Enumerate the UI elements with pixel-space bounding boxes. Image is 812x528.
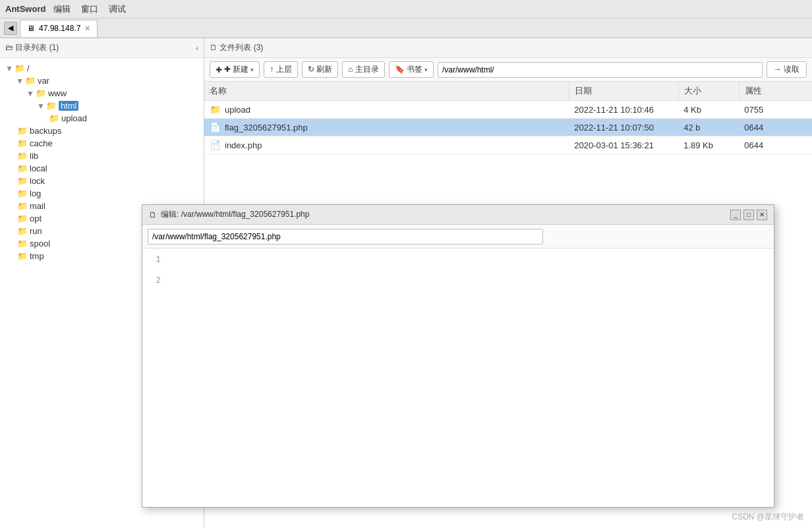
- folder-icon: 📁: [17, 239, 28, 249]
- code-line: 1: [142, 254, 774, 275]
- bookmark-button[interactable]: 🔖 书签 ▾: [389, 61, 434, 78]
- file-date: 2020-03-01 15:36:21: [569, 136, 678, 154]
- folder-icon: 📁: [17, 176, 28, 186]
- tree-item[interactable]: 📁lib: [0, 150, 204, 162]
- table-row[interactable]: 📁 upload 2022-11-21 10:10:46 4 Kb 0755: [204, 101, 812, 119]
- tab-nav-left[interactable]: ◀: [4, 22, 17, 35]
- file-name-cell: 📄 index.php: [204, 136, 569, 154]
- tab-bar: ◀ 🖥 47.98.148.7 ✕: [0, 18, 812, 38]
- tree-label: backups: [30, 126, 61, 136]
- tree-label: mail: [30, 201, 45, 211]
- tree-expand-icon: ▼: [26, 89, 34, 98]
- table-header-row: 名称 日期 大小 属性: [204, 82, 812, 101]
- line-number: 2: [142, 276, 169, 285]
- tree-item[interactable]: ▼📁www: [0, 87, 204, 100]
- tree-label: local: [30, 163, 47, 173]
- file-date: 2022-11-21 10:07:50: [569, 119, 678, 136]
- folder-icon: 📁: [17, 251, 28, 261]
- line-number: 1: [142, 254, 169, 274]
- tree-item[interactable]: 📁cache: [0, 137, 204, 150]
- folder-icon: 📁: [17, 163, 28, 173]
- dialog-controls: _ □ ✕: [730, 210, 767, 220]
- tree-item[interactable]: 📁local: [0, 162, 204, 175]
- new-dropdown-arrow: ▾: [250, 67, 254, 73]
- tree-item[interactable]: 📁backups: [0, 125, 204, 137]
- tree-label: var: [38, 76, 49, 86]
- tree-item[interactable]: ▼📁/: [0, 62, 204, 74]
- line-code: [169, 254, 179, 274]
- close-button[interactable]: ✕: [757, 210, 767, 220]
- tree-label: lock: [30, 176, 45, 186]
- table-row[interactable]: 📄 index.php 2020-03-01 15:36:21 1.89 Kb …: [204, 136, 812, 154]
- minimize-button[interactable]: _: [730, 210, 741, 220]
- menu-bar: 编辑 窗口 调试: [53, 3, 126, 15]
- tree-item[interactable]: 📁log: [0, 187, 204, 200]
- refresh-button[interactable]: ↻ 刷新: [302, 61, 338, 78]
- folder-icon: 📁: [17, 226, 28, 236]
- app-title: AntSword: [5, 4, 45, 14]
- file-toolbar: ✚ ✚ 新建 ▾ ↑ 上层 ↻ 刷新 ⌂ 主目录 🔖 书签 ▾ → 读取: [204, 58, 812, 82]
- tab-icon: 🖥: [27, 24, 35, 33]
- directory-panel-title: 🗁 目录列表 (1): [5, 42, 59, 53]
- tree-label: opt: [30, 214, 42, 223]
- title-bar: AntSword 编辑 窗口 调试: [0, 0, 812, 18]
- dialog-title-icon: 🗋: [149, 210, 157, 220]
- folder-icon: 📁: [17, 214, 28, 223]
- tree-item[interactable]: ▼📁var: [0, 74, 204, 87]
- file-icon: 📁: [210, 104, 221, 115]
- menu-edit[interactable]: 编辑: [53, 3, 71, 15]
- bookmark-dropdown-arrow: ▾: [424, 67, 428, 73]
- file-size: 1.89 Kb: [678, 136, 739, 154]
- dialog-title-bar: 🗋 编辑: /var/www/html/flag_3205627951.php …: [142, 205, 774, 225]
- folder-icon: 📁: [46, 101, 57, 111]
- table-row[interactable]: 📄 flag_3205627951.php 2022-11-21 10:07:5…: [204, 119, 812, 136]
- file-icon: 📄: [210, 122, 221, 132]
- tree-label: spool: [30, 239, 50, 249]
- editor-path-input[interactable]: [148, 229, 543, 245]
- folder-icon: 📁: [14, 63, 25, 73]
- up-button[interactable]: ↑ 上层: [264, 61, 297, 78]
- file-size: 4 Kb: [678, 101, 739, 119]
- editor-dialog: 🗋 编辑: /var/www/html/flag_3205627951.php …: [142, 204, 774, 508]
- folder-icon: 📁: [17, 201, 28, 211]
- read-button[interactable]: → 读取: [767, 61, 807, 78]
- file-name-cell: 📄 flag_3205627951.php: [204, 119, 569, 136]
- file-attr: 0644: [739, 136, 812, 154]
- file-table: 名称 日期 大小 属性 📁 upload 2022-11-21 10:10:46…: [204, 82, 812, 154]
- tree-item[interactable]: 📁upload: [0, 112, 204, 125]
- col-name: 名称: [204, 82, 569, 101]
- menu-window[interactable]: 窗口: [81, 3, 98, 15]
- col-date: 日期: [569, 82, 678, 101]
- tree-item[interactable]: 📁lock: [0, 175, 204, 187]
- tree-expand-icon: ▼: [37, 102, 45, 111]
- folder-icon: 📁: [17, 151, 28, 161]
- folder-icon: 📁: [17, 126, 28, 136]
- dialog-title-text-label: 编辑: /var/www/html/flag_3205627951.php: [161, 209, 309, 220]
- collapse-button[interactable]: ‹: [196, 44, 198, 52]
- file-attr: 0644: [739, 119, 812, 136]
- code-line: 2: [142, 275, 774, 286]
- tree-label: tmp: [30, 251, 44, 261]
- new-button[interactable]: ✚ ✚ 新建 ▾: [210, 61, 260, 78]
- maximize-button[interactable]: □: [743, 210, 754, 220]
- tab-label: 47.98.148.7: [39, 24, 80, 33]
- file-name: index.php: [225, 140, 262, 150]
- home-button[interactable]: ⌂ 主目录: [342, 61, 385, 78]
- file-name: flag_3205627951.php: [225, 123, 308, 132]
- tree-expand-icon: ▼: [16, 76, 24, 86]
- col-attr: 属性: [739, 82, 812, 101]
- folder-icon: 📁: [17, 138, 28, 148]
- dialog-title: 🗋 编辑: /var/www/html/flag_3205627951.php: [149, 209, 309, 220]
- tree-label: upload: [61, 113, 87, 123]
- tab-item-0[interactable]: 🖥 47.98.148.7 ✕: [20, 20, 98, 37]
- folder-icon: 📁: [49, 113, 59, 123]
- menu-debug[interactable]: 调试: [109, 3, 126, 15]
- tree-item[interactable]: ▼📁html: [0, 100, 204, 112]
- directory-panel-header: 🗁 目录列表 (1) ‹: [0, 38, 204, 58]
- file-icon: 📄: [210, 140, 221, 150]
- tab-close-icon[interactable]: ✕: [84, 24, 90, 33]
- path-input[interactable]: [438, 62, 763, 78]
- tree-label: lib: [30, 151, 38, 161]
- new-icon: ✚: [216, 65, 222, 74]
- file-date: 2022-11-21 10:10:46: [569, 101, 678, 119]
